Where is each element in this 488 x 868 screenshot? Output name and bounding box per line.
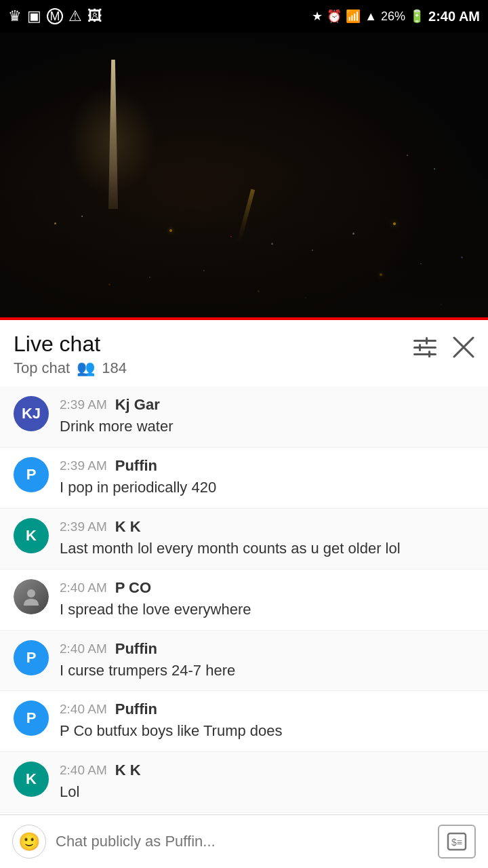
viewer-count: 184 [102,359,127,377]
image-icon: 🖼 [87,7,102,25]
avatar-initials: K [26,527,37,545]
message-author: K K [115,518,141,536]
battery-level: 26% [381,9,405,24]
message-author: K K [115,762,141,779]
city-overlay [0,168,488,317]
message-body: 2:40 AM Puffin I curse trumpers 24-7 her… [60,640,474,682]
message-body: 2:40 AM P CO I spread the love everywher… [60,579,474,620]
avatar: KJ [14,396,49,431]
message-meta: 2:39 AM Kj Gar [60,396,474,414]
message-meta: 2:40 AM Puffin [60,701,474,718]
list-item: K 2:39 AM K K Last month lol every month… [0,509,488,570]
message-body: 2:40 AM Puffin P Co butfux boys like Tru… [60,701,474,742]
crown-icon: ♛ [8,7,22,25]
wifi-icon: 📶 [346,9,361,24]
avatar-initials: P [26,709,37,727]
people-icon: 👥 [77,359,95,377]
send-button[interactable]: $≡ [438,825,476,859]
message-author: Puffin [115,640,157,658]
message-body: 2:39 AM Puffin I pop in periodically 420 [60,457,474,498]
svg-rect-2 [413,353,436,355]
message-author: Puffin [115,701,157,718]
chat-header: Live chat Top chat 👥 184 [0,320,488,387]
avatar: P [14,640,49,675]
status-icons-right: ★ ⏰ 📶 ▲ 26% 🔋 2:40 AM [312,9,480,24]
avatar: P [14,701,49,736]
clock: 2:40 AM [428,9,480,24]
battery-icon: 🔋 [409,9,424,24]
chat-messages-list: KJ 2:39 AM Kj Gar Drink more water P 2:3… [0,387,488,868]
list-item: P 2:40 AM Puffin I curse trumpers 24-7 h… [0,631,488,692]
chat-subheader: Top chat 👥 184 [14,359,127,387]
m-icon: M [47,8,63,24]
message-time: 2:39 AM [60,397,107,412]
message-time: 2:39 AM [60,519,107,534]
svg-point-8 [27,589,35,597]
list-item: K 2:40 AM K K Lol [0,752,488,813]
svg-rect-1 [413,347,436,349]
avatar [14,579,49,614]
list-item: KJ 2:39 AM Kj Gar Drink more water [0,387,488,448]
chat-header-right[interactable] [413,331,474,358]
list-item: 2:40 AM P CO I spread the love everywher… [0,570,488,631]
list-item: P 2:40 AM Puffin P Co butfux boys like T… [0,691,488,752]
message-body: 2:40 AM K K Lol [60,762,474,803]
emoji-icon: 🙂 [18,831,40,852]
message-author: Puffin [115,457,157,475]
avatar [14,579,49,614]
chat-header-left: Live chat Top chat 👥 184 [14,331,127,387]
message-text: Drink more water [60,416,474,437]
message-meta: 2:39 AM Puffin [60,457,474,475]
message-time: 2:40 AM [60,763,107,778]
video-player[interactable] [0,33,488,317]
status-icons-left: ♛ ▣ M ⚠ 🖼 [8,7,102,25]
message-text: P Co butfux boys like Trump does [60,721,474,742]
avatar-initials: K [26,770,37,788]
message-time: 2:39 AM [60,458,107,473]
emoji-button[interactable]: 🙂 [12,825,46,859]
svg-text:$≡: $≡ [451,837,462,848]
message-text: I spread the love everywhere [60,599,474,620]
message-time: 2:40 AM [60,702,107,717]
message-text: I pop in periodically 420 [60,477,474,498]
svg-rect-4 [419,344,421,351]
close-button[interactable] [453,336,474,358]
signal-icon: ▲ [365,9,377,24]
message-text: Last month lol every month counts as u g… [60,538,474,559]
chat-text-input[interactable] [56,833,428,850]
message-meta: 2:40 AM P CO [60,579,474,597]
live-chat-title: Live chat [14,331,127,357]
message-text: I curse trumpers 24-7 here [60,660,474,682]
alarm-icon: ⏰ [327,9,342,24]
message-body: 2:39 AM Kj Gar Drink more water [60,396,474,437]
bluetooth-icon: ★ [312,9,323,24]
avatar-initials: P [26,466,37,484]
warning-icon: ⚠ [68,7,82,25]
avatar-initials: P [26,649,37,667]
chat-input-area[interactable]: 🙂 $≡ [0,814,488,868]
message-time: 2:40 AM [60,580,107,595]
avatar: P [14,457,49,492]
message-meta: 2:40 AM K K [60,762,474,779]
filter-button[interactable] [413,337,436,357]
svg-rect-3 [426,337,428,344]
message-time: 2:40 AM [60,642,107,656]
status-bar: ♛ ▣ M ⚠ 🖼 ★ ⏰ 📶 ▲ 26% 🔋 2:40 AM [0,0,488,33]
avatar: K [14,762,49,797]
message-author: Kj Gar [115,396,160,414]
folder-icon: ▣ [27,7,41,25]
top-chat-label: Top chat [14,359,70,377]
message-text: Lol [60,782,474,803]
avatar-initials: KJ [22,405,41,422]
message-body: 2:39 AM K K Last month lol every month c… [60,518,474,559]
message-meta: 2:40 AM Puffin [60,640,474,658]
message-meta: 2:39 AM K K [60,518,474,536]
svg-rect-0 [413,340,436,342]
avatar: K [14,518,49,553]
svg-rect-5 [428,351,430,357]
message-author: P CO [115,579,151,597]
list-item: P 2:39 AM Puffin I pop in periodically 4… [0,448,488,509]
